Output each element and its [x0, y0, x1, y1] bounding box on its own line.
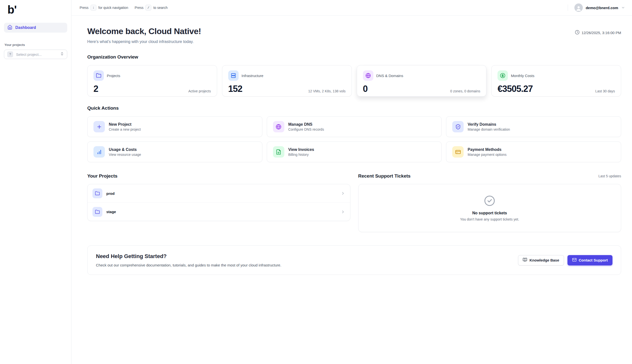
- quick-action-subtitle: Billing history: [288, 152, 314, 156]
- mail-icon: [572, 258, 577, 263]
- section-title-overview: Organization Overview: [87, 54, 621, 60]
- book-open-icon: [523, 258, 527, 263]
- quick-action-title: Usage & Costs: [109, 148, 141, 152]
- globe-icon: [363, 70, 373, 81]
- check-circle-icon: [484, 195, 495, 208]
- stat-card-infrastructure[interactable]: Infrastructure 152 12 VMs, 2 K8s, 138 vo…: [222, 65, 352, 96]
- dollar-circle-icon: [498, 70, 508, 81]
- project-name: prod: [106, 192, 337, 196]
- stat-note: Active projects: [188, 89, 211, 94]
- clock-icon: [575, 30, 580, 35]
- quick-action-title: Verify Domains: [468, 122, 510, 127]
- folder-icon: [92, 188, 102, 198]
- support-tickets-section: Recent Support Tickets Last 5 updates No…: [358, 173, 621, 232]
- stat-label: Infrastructure: [242, 74, 263, 78]
- slash-kbd: /: [145, 5, 151, 10]
- hint-text: Press: [80, 6, 89, 10]
- hint-text: for quick navigation: [98, 6, 128, 10]
- stat-note: Last 30 days: [595, 89, 615, 94]
- question-kbd-badge: ?: [7, 51, 13, 57]
- chevron-right-icon: [341, 191, 345, 196]
- hint-text: Press: [134, 6, 143, 10]
- help-banner: Need Help Getting Started? Check out our…: [87, 246, 621, 275]
- keyboard-hints: Press : for quick navigation Press / to …: [80, 5, 168, 10]
- user-menu[interactable]: demo@bnerd.com: [568, 4, 625, 12]
- project-row-stage[interactable]: stage: [88, 202, 350, 221]
- app-root: b' Dashboard Your projects ? Select proj…: [0, 0, 632, 364]
- quick-action-new-project[interactable]: New Project Create a new project: [87, 116, 262, 137]
- help-subtitle: Check out our comprehensive documentatio…: [96, 263, 281, 267]
- folder-icon: [93, 70, 104, 81]
- main: Welcome back, Cloud Native! Here's what'…: [71, 16, 632, 275]
- chevron-down-icon: [621, 6, 625, 10]
- quick-actions-grid: New Project Create a new project Manage …: [87, 116, 621, 162]
- projects-list: prod stage: [87, 184, 350, 221]
- stat-card-dns-domains[interactable]: DNS & Domains 0 0 zones, 0 domains: [357, 65, 487, 96]
- project-name: stage: [106, 210, 337, 214]
- quick-action-manage-dns[interactable]: Manage DNS Configure DNS records: [267, 116, 442, 137]
- quick-action-subtitle: Manage payment options: [468, 152, 506, 156]
- project-row-prod[interactable]: prod: [88, 184, 350, 202]
- section-title-your-projects: Your Projects: [87, 173, 117, 179]
- knowledge-base-button[interactable]: Knowledge Base: [518, 255, 564, 266]
- globe-icon: [273, 121, 284, 132]
- page-header: Welcome back, Cloud Native! Here's what'…: [87, 26, 621, 44]
- quick-action-subtitle: Create a new project: [109, 128, 141, 132]
- hint-text: to search: [153, 6, 168, 10]
- stat-card-monthly-costs[interactable]: Monthly Costs €3505.27 Last 30 days: [491, 65, 621, 96]
- sidebar: b' Dashboard Your projects ? Select proj…: [0, 0, 71, 364]
- current-datetime: 12/26/2025, 3:16:00 PM: [575, 30, 621, 35]
- stat-value: 2: [93, 84, 98, 94]
- topbar-divider: [568, 4, 568, 11]
- shield-check-icon: [452, 121, 464, 132]
- stat-value: €3505.27: [498, 84, 533, 94]
- quick-action-subtitle: View resource usage: [109, 152, 141, 156]
- brand-logo: b': [0, 0, 71, 19]
- quick-action-title: View Invoices: [288, 148, 314, 152]
- empty-state-title: No support tickets: [472, 211, 507, 215]
- tickets-empty-state: No support tickets You don't have any su…: [358, 184, 621, 232]
- knowledge-base-label: Knowledge Base: [529, 258, 559, 262]
- lower-section: Your Projects prod: [87, 173, 621, 232]
- colon-kbd: :: [91, 5, 96, 10]
- stat-note: 12 VMs, 2 K8s, 138 vols: [308, 89, 346, 94]
- stat-label: DNS & Domains: [376, 74, 403, 78]
- stat-value: 152: [228, 84, 242, 94]
- stat-label: Projects: [107, 74, 120, 78]
- plus-icon: [93, 121, 105, 132]
- stat-card-projects[interactable]: Projects 2 Active projects: [87, 65, 217, 96]
- sidebar-item-label: Dashboard: [15, 26, 36, 30]
- project-select-placeholder: Select project...: [16, 52, 57, 56]
- quick-action-view-invoices[interactable]: View Invoices Billing history: [267, 142, 442, 162]
- section-title-support-tickets: Recent Support Tickets: [358, 173, 411, 179]
- tickets-meta: Last 5 updates: [598, 174, 621, 178]
- sidebar-item-dashboard[interactable]: Dashboard: [4, 23, 67, 32]
- datetime-text: 12/26/2025, 3:16:00 PM: [581, 30, 621, 35]
- quick-action-subtitle: Manage domain verification: [468, 128, 510, 132]
- stat-label: Monthly Costs: [511, 74, 534, 78]
- tickets-panel: No support tickets You don't have any su…: [358, 184, 621, 232]
- empty-state-subtitle: You don't have any support tickets yet.: [460, 217, 519, 221]
- stat-note: 0 zones, 0 domains: [450, 89, 480, 94]
- topbar: Press : for quick navigation Press / to …: [71, 0, 632, 16]
- quick-action-payment-methods[interactable]: Payment Methods Manage payment options: [446, 142, 621, 162]
- quick-action-title: Manage DNS: [288, 122, 324, 127]
- page-title: Welcome back, Cloud Native!: [87, 26, 201, 36]
- contact-support-button[interactable]: Contact Support: [567, 255, 613, 266]
- avatar: [574, 4, 583, 12]
- quick-action-verify-domains[interactable]: Verify Domains Manage domain verificatio…: [446, 116, 621, 137]
- stat-value: 0: [363, 84, 368, 94]
- project-select[interactable]: ? Select project...: [4, 50, 67, 59]
- quick-action-usage-costs[interactable]: Usage & Costs View resource usage: [87, 142, 262, 162]
- quick-action-title: New Project: [109, 122, 141, 127]
- search-hint: Press / to search: [134, 5, 167, 10]
- quick-action-subtitle: Configure DNS records: [288, 128, 324, 132]
- bar-chart-icon: [93, 146, 105, 158]
- chevrons-up-down-icon: [60, 52, 64, 57]
- credit-card-icon: [452, 146, 464, 158]
- your-projects-label: Your projects: [5, 43, 67, 47]
- page-subtitle: Here's what's happening with your cloud …: [87, 40, 201, 44]
- help-title: Need Help Getting Started?: [96, 253, 281, 260]
- content-area: Press : for quick navigation Press / to …: [71, 0, 632, 364]
- server-icon: [228, 70, 239, 81]
